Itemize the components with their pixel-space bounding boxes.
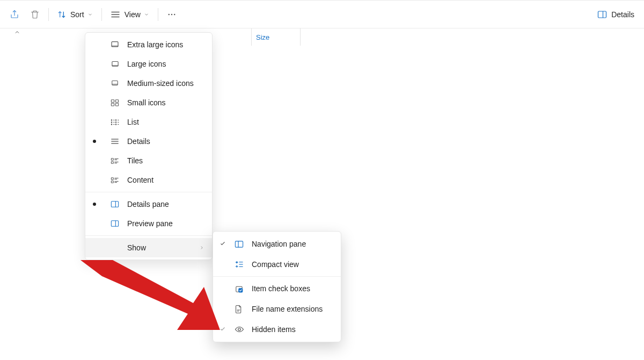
svg-rect-39 xyxy=(111,177,113,179)
svg-rect-36 xyxy=(111,161,113,163)
view-menu: Extra large icons Large icons Medium-siz… xyxy=(85,32,213,260)
submenu-item-compact-view[interactable]: Compact view xyxy=(213,254,341,275)
menu-item-tiles[interactable]: Tiles xyxy=(85,151,212,170)
menu-item-content[interactable]: Content xyxy=(85,170,212,190)
sort-button[interactable]: Sort xyxy=(52,5,98,24)
menu-item-details-pane[interactable]: Details pane xyxy=(85,195,212,214)
svg-rect-14 xyxy=(111,100,114,103)
menu-item-show[interactable]: Show xyxy=(85,238,212,257)
menu-item-label: Large icons xyxy=(127,60,166,68)
details-pane-icon xyxy=(597,10,607,19)
tiles-icon xyxy=(110,156,120,165)
toolbar-separator xyxy=(101,8,102,21)
preview-pane-icon xyxy=(110,219,120,228)
menu-item-label: Content xyxy=(127,176,153,184)
menu-item-large-icons[interactable]: Large icons xyxy=(85,54,212,74)
menu-item-list[interactable]: List xyxy=(85,112,212,132)
sort-label: Sort xyxy=(70,10,84,19)
menu-item-small-icons[interactable]: Small icons xyxy=(85,93,212,112)
item-check-boxes-icon xyxy=(235,285,245,293)
check-icon xyxy=(219,240,226,248)
submenu-separator xyxy=(213,276,341,277)
svg-point-57 xyxy=(238,328,241,331)
hidden-items-icon xyxy=(235,326,245,333)
menu-item-label: List xyxy=(127,118,139,126)
svg-point-22 xyxy=(111,124,112,124)
content-icon xyxy=(110,175,120,185)
svg-rect-16 xyxy=(111,103,114,106)
menu-item-extra-large-icons[interactable]: Extra large icons xyxy=(85,35,212,54)
view-button[interactable]: View xyxy=(105,5,155,24)
svg-rect-15 xyxy=(115,100,118,103)
compact-view-icon xyxy=(235,261,245,268)
menu-item-label: Details pane xyxy=(127,200,169,208)
chevron-right-icon xyxy=(199,243,204,252)
submenu-item-item-check-boxes[interactable]: Item check boxes xyxy=(213,278,341,299)
view-list-icon xyxy=(111,11,120,18)
share-icon xyxy=(10,10,19,19)
submenu-item-file-name-extensions[interactable]: File name extensions xyxy=(213,299,341,319)
svg-point-18 xyxy=(111,119,112,120)
chevron-down-icon xyxy=(87,12,93,17)
menu-separator xyxy=(85,235,212,236)
submenu-item-label: File name extensions xyxy=(252,305,323,313)
column-header-size-label: Size xyxy=(256,33,269,41)
details-pane-icon xyxy=(110,199,120,209)
details-label: Details xyxy=(611,10,634,19)
menu-item-label: Tiles xyxy=(127,156,143,165)
svg-point-4 xyxy=(171,13,172,15)
svg-point-24 xyxy=(115,119,116,120)
submenu-item-navigation-pane[interactable]: Navigation pane xyxy=(213,234,341,254)
menu-item-label: Extra large icons xyxy=(127,40,183,49)
menu-item-label: Show xyxy=(127,243,146,252)
navigation-pane-icon xyxy=(235,240,245,248)
extra-large-icons-icon xyxy=(110,40,120,49)
chevron-down-icon xyxy=(144,12,149,17)
toolbar-right: Details xyxy=(592,5,640,24)
annotation-arrow-icon xyxy=(80,260,220,346)
toolbar-separator xyxy=(48,8,49,21)
svg-rect-6 xyxy=(598,11,606,18)
svg-rect-45 xyxy=(111,201,118,207)
check-icon xyxy=(219,325,226,334)
menu-separator xyxy=(85,192,212,192)
file-name-extensions-icon xyxy=(235,305,245,314)
small-icons-icon xyxy=(110,98,120,107)
submenu-item-label: Item check boxes xyxy=(252,284,310,293)
svg-point-20 xyxy=(111,121,112,122)
trash-icon xyxy=(30,10,40,19)
details-pane-toggle[interactable]: Details xyxy=(592,5,640,24)
delete-button[interactable] xyxy=(25,5,45,24)
toolbar-separator xyxy=(158,8,158,21)
submenu-item-label: Hidden items xyxy=(252,325,296,334)
svg-point-28 xyxy=(115,124,116,124)
svg-marker-58 xyxy=(80,260,220,330)
details-view-icon xyxy=(110,136,120,146)
menu-item-label: Preview pane xyxy=(127,219,173,228)
medium-icons-icon xyxy=(110,78,120,88)
more-button[interactable] xyxy=(162,5,182,24)
submenu-item-label: Compact view xyxy=(252,260,299,269)
svg-rect-42 xyxy=(111,181,113,182)
svg-rect-33 xyxy=(111,158,113,160)
list-icon xyxy=(110,117,120,127)
svg-point-3 xyxy=(168,13,169,15)
menu-item-medium-icons[interactable]: Medium-sized icons xyxy=(85,74,212,93)
ellipsis-icon xyxy=(167,10,177,19)
menu-item-preview-pane[interactable]: Preview pane xyxy=(85,214,212,233)
submenu-item-hidden-items[interactable]: Hidden items xyxy=(213,319,341,340)
view-label: View xyxy=(125,10,141,19)
column-header-size[interactable]: Size xyxy=(251,28,301,46)
svg-rect-49 xyxy=(235,241,243,247)
menu-item-label: Details xyxy=(127,137,150,146)
show-submenu: Navigation pane Compact view Item check … xyxy=(213,231,341,342)
svg-rect-17 xyxy=(115,103,118,106)
selected-bullet-icon xyxy=(93,203,96,206)
menu-item-label: Medium-sized icons xyxy=(127,79,194,88)
submenu-item-label: Navigation pane xyxy=(252,240,306,248)
large-icons-icon xyxy=(110,59,120,69)
chevron-up-icon[interactable] xyxy=(14,29,20,37)
menu-item-label: Small icons xyxy=(127,98,166,107)
share-button[interactable] xyxy=(4,5,25,24)
menu-item-details[interactable]: Details xyxy=(85,132,212,151)
